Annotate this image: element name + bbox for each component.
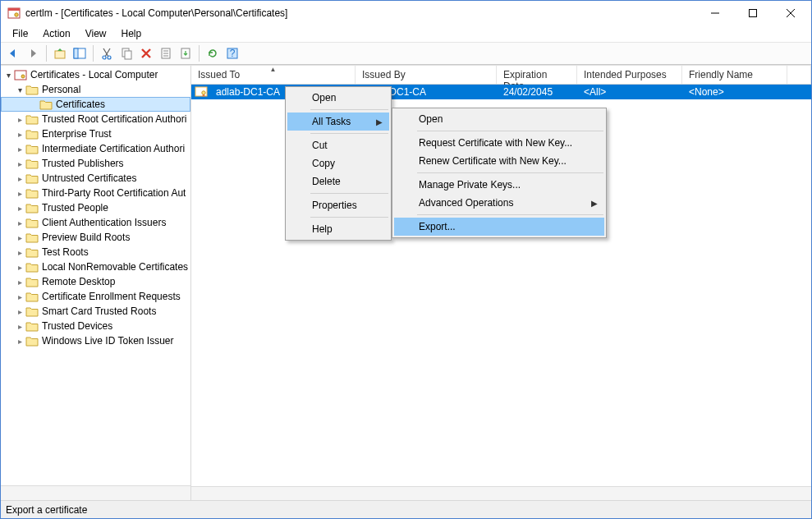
folder-icon (25, 84, 39, 95)
tree-item-label: Preview Build Roots (42, 232, 130, 243)
tree-item[interactable]: ▸Remote Desktop (1, 274, 190, 289)
tree-item[interactable]: ▸Trusted People (1, 200, 190, 215)
tree-item[interactable]: ▸Third-Party Root Certification Aut (1, 186, 190, 200)
tree-item-label: Local NonRemovable Certificates (42, 261, 188, 273)
column-header-purposes[interactable]: Intended Purposes (577, 66, 682, 84)
menu-file[interactable]: File (6, 26, 34, 41)
tree-item[interactable]: ▸Local NonRemovable Certificates (1, 260, 190, 274)
expander-icon[interactable]: ▸ (14, 263, 25, 272)
tree-item[interactable]: ▸Trusted Devices (1, 319, 190, 333)
ctx-copy[interactable]: Copy (287, 154, 389, 172)
back-button[interactable] (4, 44, 22, 62)
menu-bar: File Action View Help (1, 25, 811, 42)
ctx-sub-open[interactable]: Open (394, 110, 604, 128)
tree-item[interactable]: ▸Test Roots (1, 245, 190, 260)
menu-help[interactable]: Help (115, 26, 149, 41)
horizontal-scrollbar[interactable] (191, 486, 811, 500)
up-button[interactable] (51, 44, 69, 62)
tree-item[interactable]: ▸Untrusted Certificates (1, 171, 190, 186)
expander-icon[interactable]: ▸ (14, 145, 25, 154)
list-body[interactable]: adlab-DC1-CA adlab-DC1-CA 24/02/2045 <Al… (191, 85, 811, 500)
tree-item-label: Intermediate Certification Authori (42, 143, 185, 154)
forward-button[interactable] (24, 44, 42, 62)
svg-rect-4 (750, 10, 757, 17)
ctx-sub-manage-private-keys[interactable]: Manage Private Keys... (394, 176, 604, 194)
svg-rect-1 (8, 8, 20, 11)
ctx-all-tasks[interactable]: All Tasks▶ (287, 113, 389, 131)
folder-icon (25, 187, 39, 199)
tree-item-label: Certificates (56, 99, 105, 110)
ctx-sub-advanced-operations[interactable]: Advanced Operations▶ (394, 194, 604, 212)
tree-item[interactable]: ▸Smart Card Trusted Roots (1, 304, 190, 319)
expander-icon[interactable]: ▸ (14, 159, 25, 168)
context-submenu-all-tasks[interactable]: Open Request Certificate with New Key...… (392, 108, 607, 238)
svg-point-10 (103, 56, 106, 59)
column-header-expiration[interactable]: Expiration Date (497, 66, 577, 84)
show-hide-console-tree-button[interactable] (71, 44, 89, 62)
tree-item[interactable]: ▸Preview Build Roots (1, 230, 190, 245)
tree-item[interactable]: ▸Windows Live ID Token Issuer (1, 333, 190, 348)
separator (310, 109, 388, 110)
status-bar: Export a certificate (1, 500, 811, 518)
tree-root[interactable]: ▾ Certificates - Local Computer (1, 67, 190, 82)
properties-button[interactable] (157, 44, 175, 62)
column-header-issued-by[interactable]: Issued By (356, 66, 497, 84)
certificates-store-icon (14, 69, 27, 80)
expander-icon[interactable]: ▸ (14, 130, 25, 139)
expander-icon[interactable]: ▸ (14, 292, 25, 301)
column-header-overflow[interactable] (787, 66, 811, 84)
ctx-sub-renew-new-key[interactable]: Renew Certificate with New Key... (394, 152, 604, 170)
ctx-open[interactable]: Open (287, 89, 389, 107)
tree-item[interactable]: ▸Client Authentication Issuers (1, 215, 190, 230)
menu-view[interactable]: View (79, 26, 113, 41)
context-menu[interactable]: Open All Tasks▶ Cut Copy Delete Properti… (285, 86, 392, 241)
folder-icon (25, 217, 39, 228)
expander-icon[interactable]: ▾ (14, 85, 25, 94)
tree-item-personal[interactable]: ▾ Personal (1, 82, 190, 97)
expander-icon[interactable]: ▸ (14, 278, 25, 287)
expander-icon[interactable]: ▸ (14, 337, 25, 346)
ctx-sub-request-new-key[interactable]: Request Certificate with New Key... (394, 134, 604, 152)
folder-icon (25, 158, 39, 169)
close-button[interactable] (772, 1, 810, 25)
svg-rect-13 (125, 51, 131, 59)
refresh-button[interactable] (204, 44, 222, 62)
ctx-delete[interactable]: Delete (287, 172, 389, 191)
tree-pane[interactable]: ▾ Certificates - Local Computer ▾ Person… (1, 66, 191, 500)
folder-icon (25, 246, 39, 258)
column-header-issued-to[interactable]: Issued To▲ (191, 66, 356, 84)
folder-icon (25, 291, 39, 302)
ctx-cut[interactable]: Cut (287, 136, 389, 154)
ctx-sub-export[interactable]: Export... (394, 218, 604, 236)
cell-friendly: <None> (682, 86, 787, 98)
tree-item-certificates[interactable]: Certificates (1, 97, 190, 112)
expander-icon[interactable]: ▸ (14, 307, 25, 316)
column-header-friendly[interactable]: Friendly Name (682, 66, 787, 84)
expander-icon[interactable]: ▸ (14, 204, 25, 213)
tree-item[interactable]: ▸Trusted Root Certification Authori (1, 112, 190, 126)
menu-action[interactable]: Action (36, 26, 76, 41)
tree-item[interactable]: ▸Trusted Publishers (1, 156, 190, 171)
expander-icon[interactable]: ▸ (14, 174, 25, 183)
expander-icon[interactable]: ▸ (14, 218, 25, 227)
separator (310, 217, 388, 218)
tree-item[interactable]: ▸Certificate Enrollment Requests (1, 289, 190, 304)
expander-icon[interactable]: ▸ (14, 248, 25, 257)
minimize-button[interactable] (696, 1, 734, 25)
tree-item[interactable]: ▸Intermediate Certification Authori (1, 141, 190, 156)
cut-button[interactable] (98, 44, 116, 62)
tree-item[interactable]: ▸Enterprise Trust (1, 126, 190, 141)
delete-button[interactable] (137, 44, 155, 62)
expander-icon[interactable]: ▸ (14, 115, 25, 124)
expander-icon[interactable]: ▸ (14, 322, 25, 331)
ctx-help[interactable]: Help (287, 220, 389, 238)
expander-icon[interactable]: ▾ (2, 71, 14, 80)
expander-icon[interactable]: ▸ (14, 233, 25, 242)
export-list-button[interactable] (177, 44, 195, 62)
expander-icon[interactable]: ▸ (14, 189, 25, 198)
maximize-button[interactable] (734, 1, 772, 25)
separator (417, 172, 603, 173)
copy-button[interactable] (117, 44, 135, 62)
ctx-properties[interactable]: Properties (287, 196, 389, 214)
help-button[interactable]: ? (223, 44, 241, 62)
